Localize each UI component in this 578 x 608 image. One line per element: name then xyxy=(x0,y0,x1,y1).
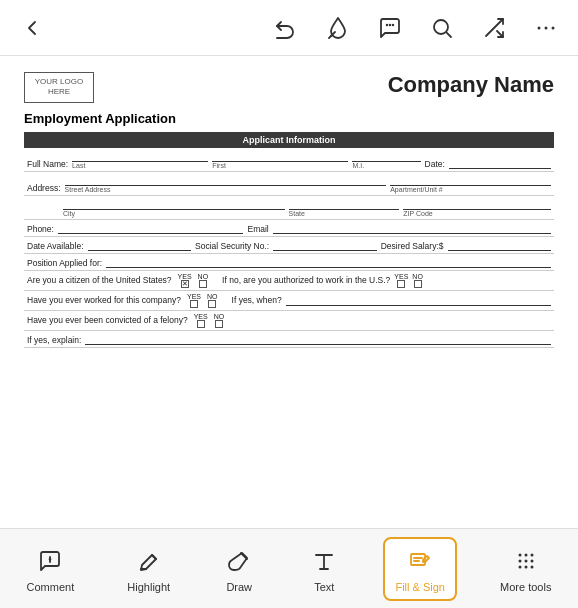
full-name-label: Full Name: xyxy=(27,159,68,169)
more-button[interactable] xyxy=(530,12,562,44)
svg-line-5 xyxy=(447,32,451,36)
draw-label: Draw xyxy=(226,581,252,593)
back-button[interactable] xyxy=(16,12,48,44)
citizen-no-checkbox[interactable] xyxy=(199,280,207,288)
date-label: Date: xyxy=(425,159,445,169)
authorized-no-checkbox[interactable] xyxy=(414,280,422,288)
svg-point-23 xyxy=(524,553,527,556)
doc-header: YOUR LOGO HERE Company Name xyxy=(24,72,554,103)
felony-label: Have you ever been convicted of a felony… xyxy=(27,315,188,325)
if-yes-explain-label: If yes, explain: xyxy=(27,335,81,345)
more-tools-tool[interactable]: More tools xyxy=(490,539,561,599)
undo-button[interactable] xyxy=(270,12,302,44)
if-yes-explain-row: If yes, explain: xyxy=(24,330,554,347)
first-label: First xyxy=(212,162,348,169)
highlight-tool[interactable]: Highlight xyxy=(117,539,180,599)
svg-point-24 xyxy=(530,553,533,556)
apt-label: Apartment/Unit # xyxy=(390,186,551,193)
position-label: Position Applied for: xyxy=(27,258,102,268)
mi-label: M.I. xyxy=(352,162,420,169)
last-label: Last xyxy=(72,162,208,169)
worked-yes-checkbox[interactable] xyxy=(190,300,198,308)
felony-yes-checkbox[interactable] xyxy=(197,320,205,328)
zip-label: ZIP Code xyxy=(403,210,551,217)
svg-point-30 xyxy=(530,565,533,568)
svg-point-27 xyxy=(530,559,533,562)
highlight-label: Highlight xyxy=(127,581,170,593)
document-area: YOUR LOGO HERE Company Name Employment A… xyxy=(0,56,578,528)
address-row: Address: Street Address Apartment/Unit # xyxy=(24,171,554,195)
position-row: Position Applied for: xyxy=(24,253,554,270)
draw-icon xyxy=(223,545,255,577)
svg-point-4 xyxy=(434,20,448,34)
bottom-toolbar: Comment Highlight Draw xyxy=(0,528,578,608)
svg-point-26 xyxy=(524,559,527,562)
svg-line-13 xyxy=(152,555,156,559)
more-tools-label: More tools xyxy=(500,581,551,593)
svg-point-8 xyxy=(538,26,541,29)
if-yes-when-label: If yes, when? xyxy=(232,295,282,305)
felony-row: Have you ever been convicted of a felony… xyxy=(24,310,554,330)
top-toolbar xyxy=(0,0,578,56)
form-table: Applicant Information Full Name: Last Fi… xyxy=(24,132,554,348)
share-button[interactable] xyxy=(478,12,510,44)
city-state-zip-row: City State ZIP Code xyxy=(24,195,554,219)
svg-point-9 xyxy=(545,26,548,29)
svg-point-29 xyxy=(524,565,527,568)
date-ssn-salary-row: Date Available: Social Security No.: Des… xyxy=(24,236,554,253)
logo-line1: YOUR LOGO xyxy=(35,77,83,86)
svg-point-25 xyxy=(518,559,521,562)
citizen-yes-checkbox[interactable] xyxy=(181,280,189,288)
phone-email-row: Phone: Email xyxy=(24,219,554,236)
logo-line2: HERE xyxy=(48,87,70,96)
text-icon xyxy=(308,545,340,577)
company-name: Company Name xyxy=(388,72,554,98)
comment-icon xyxy=(34,545,66,577)
svg-point-22 xyxy=(518,553,521,556)
more-tools-icon xyxy=(510,545,542,577)
fill-sign-tool[interactable]: Fill & Sign xyxy=(383,537,457,601)
text-tool[interactable]: Text xyxy=(298,539,350,599)
svg-point-28 xyxy=(518,565,521,568)
worked-no-checkbox[interactable] xyxy=(208,300,216,308)
phone-label: Phone: xyxy=(27,224,54,234)
text-label: Text xyxy=(314,581,334,593)
citizen-row: Are you a citizen of the United States? … xyxy=(24,270,554,290)
search-button[interactable] xyxy=(426,12,458,44)
citizen-label: Are you a citizen of the United States? xyxy=(27,275,172,285)
date-available-label: Date Available: xyxy=(27,241,84,251)
street-label: Street Address xyxy=(65,186,387,193)
worked-row: Have you ever worked for this company? Y… xyxy=(24,290,554,310)
authorized-label: If no, are you authorized to work in the… xyxy=(222,275,390,285)
draw-tool[interactable]: Draw xyxy=(213,539,265,599)
color-drop-button[interactable] xyxy=(322,12,354,44)
full-name-row: Full Name: Last First M.I. Date: xyxy=(24,148,554,172)
svg-point-10 xyxy=(552,26,555,29)
comment-tool[interactable]: Comment xyxy=(17,539,85,599)
city-label: City xyxy=(63,210,285,217)
section-header: Applicant Information xyxy=(24,132,554,148)
ssn-label: Social Security No.: xyxy=(195,241,269,251)
email-label: Email xyxy=(247,224,268,234)
fill-sign-label: Fill & Sign xyxy=(395,581,445,593)
highlight-icon xyxy=(133,545,165,577)
fill-sign-icon xyxy=(404,545,436,577)
address-label: Address: xyxy=(27,183,61,193)
desired-salary-label: Desired Salary:$ xyxy=(381,241,444,251)
doc-title: Employment Application xyxy=(24,111,554,126)
state-label: State xyxy=(289,210,400,217)
comment-label: Comment xyxy=(27,581,75,593)
worked-label: Have you ever worked for this company? xyxy=(27,295,181,305)
felony-no-checkbox[interactable] xyxy=(215,320,223,328)
authorized-yes-checkbox[interactable] xyxy=(397,280,405,288)
comment-button[interactable] xyxy=(374,12,406,44)
logo-box: YOUR LOGO HERE xyxy=(24,72,94,103)
